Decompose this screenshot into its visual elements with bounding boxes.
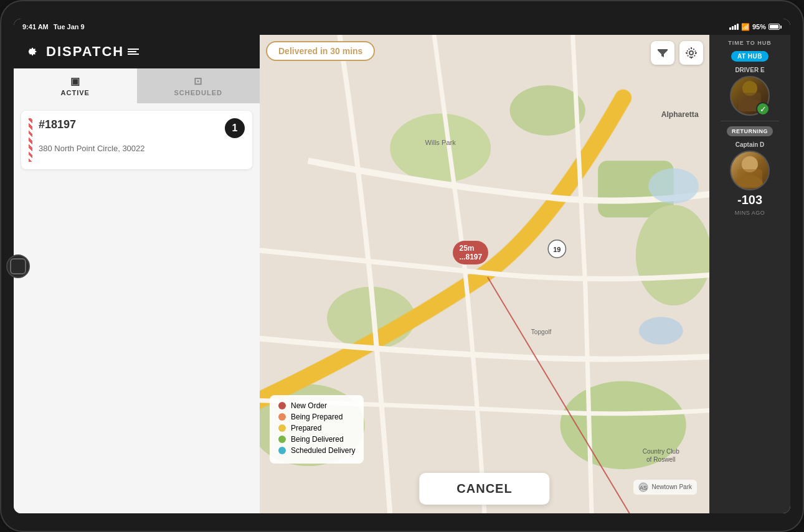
order-info: #18197 380 North Point Circle, 30022: [39, 118, 245, 153]
tab-scheduled[interactable]: ⊡ SCHEDULED: [137, 68, 260, 103]
map-toolbar: Delivered in 30 mins: [260, 35, 709, 71]
order-stripe: [29, 118, 32, 162]
svg-point-17: [689, 51, 693, 55]
cancel-button[interactable]: CANCEL: [419, 473, 549, 505]
svg-point-8: [648, 169, 699, 204]
svg-point-18: [687, 49, 696, 57]
order-card[interactable]: #18197 380 North Point Circle, 30022 1: [21, 111, 252, 169]
pin-top: 25m: [459, 244, 474, 253]
settings-icon[interactable]: [22, 43, 40, 60]
order-badge: 1: [225, 118, 245, 138]
at-hub-badge: AT HUB: [731, 51, 769, 62]
home-button-inner: [10, 258, 26, 274]
app-title-text: DISPATCH: [46, 44, 124, 60]
signal-bar-2: [732, 26, 734, 30]
signal-bar-3: [734, 25, 736, 30]
svg-rect-24: [737, 169, 762, 187]
legend-dot-prepared: [278, 424, 286, 432]
signal-bars: [729, 24, 739, 30]
scheduled-tab-icon: ⊡: [194, 75, 202, 87]
legend-item-prepared: Prepared: [278, 424, 355, 432]
status-date: Tue Jan 9: [54, 23, 85, 30]
status-left: 9:41 AM Tue Jan 9: [22, 23, 85, 30]
park-label: AS Newtown Park: [633, 480, 697, 495]
right-panel: TIME TO HUB AT HUB DRIVER E: [709, 35, 790, 513]
legend-item-new-order: New Order: [278, 401, 355, 410]
status-right: 📶 95%: [729, 23, 782, 31]
map-legend: New Order Being Prepared Prepared B: [270, 395, 364, 464]
legend-label-being-delivered: Being Delivered: [291, 435, 344, 444]
status-bar: 9:41 AM Tue Jan 9 📶 95%: [14, 19, 790, 35]
pin-bottom: ...8197: [459, 253, 482, 261]
battery-icon: [769, 24, 782, 30]
captain-d-name: Captain D: [735, 141, 765, 148]
order-address: 380 North Point Circle, 30022: [39, 144, 245, 153]
order-list: #18197 380 North Point Circle, 30022 1: [14, 103, 260, 513]
legend-item-being-prepared: Being Prepared: [278, 413, 355, 421]
mins-ago-label: MINS AGO: [735, 210, 765, 216]
signal-bar-4: [737, 24, 739, 30]
svg-text:of Roswell: of Roswell: [646, 456, 676, 463]
app-header: DISPATCH: [14, 35, 260, 68]
map-area: Wills Park Topgolf Country Club of Roswe…: [260, 35, 709, 513]
returning-badge: RETURNING: [727, 126, 773, 136]
driver-e-avatar-container: ✓: [730, 76, 770, 116]
svg-point-9: [639, 317, 683, 345]
map-background: Wills Park Topgolf Country Club of Roswe…: [260, 35, 709, 513]
dispatch-lines-icon: [128, 49, 139, 55]
dispatch-line-1: [128, 49, 139, 50]
legend-label-prepared: Prepared: [291, 424, 321, 432]
svg-text:Topgolf: Topgolf: [531, 329, 552, 335]
battery-pct: 95%: [752, 23, 766, 30]
battery-tip: [780, 26, 782, 29]
legend-dot-being-delivered: [278, 436, 286, 443]
wifi-icon: 📶: [741, 23, 750, 31]
svg-point-7: [636, 205, 709, 306]
status-time: 9:41 AM: [22, 23, 49, 30]
pin-bubble: 25m ...8197: [453, 241, 488, 264]
map-pin: 25m ...8197: [453, 241, 488, 264]
map-btn-group: [651, 41, 703, 65]
svg-text:Country Club: Country Club: [643, 448, 679, 455]
park-name: Newtown Park: [652, 483, 692, 490]
svg-point-1: [390, 113, 491, 182]
signal-bar-1: [729, 27, 731, 30]
legend-label-being-prepared: Being Prepared: [291, 413, 343, 421]
scheduled-tab-label: SCHEDULED: [174, 89, 222, 96]
driver-e-check-badge: ✓: [756, 102, 770, 116]
captain-d-section: Captain D -103 MINS AGO: [730, 141, 770, 216]
svg-text:Wills Park: Wills Park: [425, 139, 456, 146]
dispatch-line-2: [128, 51, 136, 52]
divider-1: [721, 121, 779, 121]
app-title: DISPATCH: [46, 44, 139, 60]
driver-e-section: DRIVER E ✓: [730, 67, 770, 116]
svg-text:19: 19: [553, 246, 560, 253]
legend-dot-being-prepared: [278, 413, 286, 421]
legend-label-new-order: New Order: [291, 401, 327, 410]
svg-text:Alpharetta: Alpharetta: [661, 110, 699, 119]
active-tab-icon: ▣: [70, 75, 80, 87]
delivery-pill: Delivered in 30 mins: [266, 41, 375, 61]
home-button[interactable]: [6, 254, 30, 278]
active-tab-label: ACTIVE: [61, 89, 90, 96]
locate-button[interactable]: [679, 41, 703, 65]
tab-active[interactable]: ▣ ACTIVE: [14, 68, 137, 103]
legend-dot-new-order: [278, 402, 286, 409]
left-panel: DISPATCH ▣ ACTIVE ⊡: [14, 35, 260, 513]
main-layout: DISPATCH ▣ ACTIVE ⊡: [14, 35, 790, 513]
tablet-frame: 9:41 AM Tue Jan 9 📶 95%: [0, 0, 804, 532]
filter-button[interactable]: [651, 41, 674, 65]
tabs-bar: ▣ ACTIVE ⊡ SCHEDULED: [14, 68, 260, 103]
captain-d-avatar: [730, 151, 770, 190]
driver-e-name: DRIVER E: [735, 67, 764, 73]
legend-label-scheduled-delivery: Scheduled Delivery: [291, 446, 355, 455]
legend-item-being-delivered: Being Delivered: [278, 435, 355, 444]
time-to-hub-label: TIME TO HUB: [728, 40, 771, 46]
svg-text:AS: AS: [640, 485, 647, 491]
legend-dot-scheduled-delivery: [278, 447, 286, 454]
order-number: #18197: [39, 118, 245, 131]
cancel-btn-container: CANCEL: [419, 473, 549, 505]
battery-body: [769, 24, 780, 30]
mins-ago-value: -103: [737, 193, 762, 207]
dispatch-line-3: [128, 54, 139, 55]
